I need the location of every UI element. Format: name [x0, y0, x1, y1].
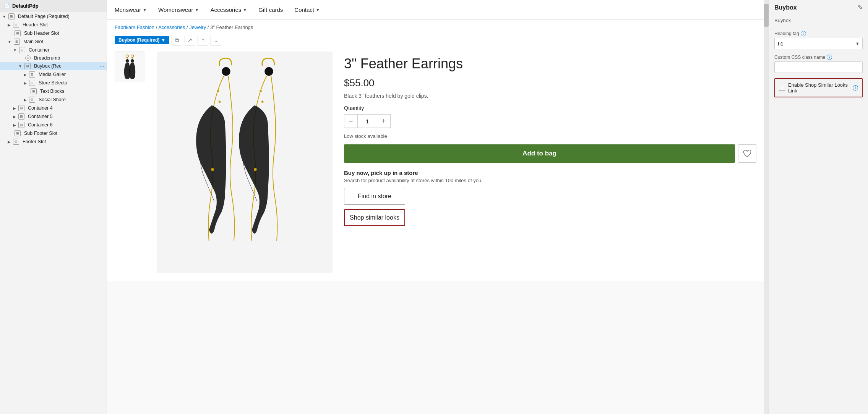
breadcrumb: Fabrikam Fashion / Accessories / Jewelry… — [107, 20, 764, 32]
nav-item-accessories[interactable]: Accessories ▼ — [210, 5, 247, 15]
tree-caret-header-slot[interactable]: ▶ — [8, 23, 11, 27]
svg-point-12 — [211, 168, 214, 171]
svg-point-2 — [126, 59, 129, 63]
svg-point-3 — [131, 55, 134, 58]
enable-shop-similar-checkbox[interactable] — [779, 85, 785, 91]
tree-caret-footer-slot[interactable]: ▶ — [8, 140, 11, 144]
tree-item-buybox-rec[interactable]: ▼⊞Buybox (Rec··· — [0, 62, 107, 70]
product-thumbnail[interactable] — [115, 52, 145, 82]
quantity-increase-button[interactable]: + — [377, 114, 391, 128]
enable-shop-similar-info-icon[interactable]: i — [853, 85, 858, 91]
nav-item-womenswear[interactable]: Womenswear ▼ — [158, 5, 199, 15]
tree-caret-container-6[interactable]: ▶ — [13, 123, 16, 127]
left-panel: 📄 DefaultPdp ▼⊞Default Page (Required)▶⊞… — [0, 0, 107, 414]
right-panel-title: Buybox — [774, 4, 797, 11]
quantity-control: − 1 + — [344, 114, 756, 128]
tree-icon-container-6: ⊞ — [18, 122, 24, 128]
breadcrumb-jewelry[interactable]: Jewelry — [189, 24, 206, 30]
heading-tag-select[interactable]: h1 h2 h3 — [774, 38, 863, 49]
tree-caret-media-gallery[interactable]: ▶ — [24, 73, 27, 77]
toolbar-down-button[interactable]: ↓ — [211, 35, 221, 45]
quantity-label: Quantity — [344, 105, 756, 111]
tree-label-container-5: Container 5 — [28, 114, 104, 119]
tree-icon-media-gallery: ⊞ — [29, 71, 35, 78]
tree-icon-header-slot: ⊞ — [13, 22, 19, 28]
find-in-store-button[interactable]: Find in store — [344, 188, 405, 205]
nav-caret-womenswear: ▼ — [195, 8, 199, 12]
wishlist-button[interactable] — [738, 144, 756, 163]
nav-item-menswear[interactable]: Menswear ▼ — [115, 5, 147, 15]
nav-item-gift-cards[interactable]: Gift cards — [258, 5, 283, 15]
product-price: $55.00 — [344, 77, 756, 89]
tree-more-buybox-rec[interactable]: ··· — [100, 63, 104, 69]
quantity-decrease-button[interactable]: − — [344, 114, 358, 128]
gallery-column — [115, 52, 149, 273]
css-class-info-icon[interactable]: i — [827, 55, 832, 60]
scrollbar-thumb[interactable] — [764, 4, 769, 27]
tree-label-container-4: Container 4 — [28, 105, 104, 111]
tree-icon-container-4: ⊞ — [18, 105, 24, 111]
heading-tag-info-icon[interactable]: i — [801, 31, 806, 36]
css-class-input[interactable] — [774, 61, 863, 73]
svg-point-7 — [264, 67, 273, 76]
tree-item-media-gallery[interactable]: ▶⊞Media Galler — [0, 70, 107, 79]
tree-icon-container: ⊞ — [19, 47, 25, 53]
enable-shop-similar-label: Enable Shop Similar Looks Link — [788, 82, 850, 94]
tree-item-breadcrumb[interactable]: ○Breadcrumb — [0, 54, 107, 62]
tree-item-store-selector[interactable]: ▶⊞Store Selecto — [0, 79, 107, 87]
tree-caret-container[interactable]: ▼ — [13, 48, 17, 52]
tree-label-breadcrumb: Breadcrumb — [34, 55, 104, 61]
tree-icon-default-page: ⊞ — [8, 13, 15, 19]
tree-caret-main-slot[interactable]: ▼ — [8, 40, 11, 44]
tree-icon-store-selector: ⊞ — [29, 80, 35, 86]
toolbar-copy-button[interactable]: ⧉ — [172, 35, 182, 45]
tree-caret-store-selector[interactable]: ▶ — [24, 81, 27, 85]
buybox-badge[interactable]: Buybox (Required) ▼ — [115, 36, 169, 44]
tree-caret-default-page[interactable]: ▼ — [2, 15, 6, 19]
tree-item-sub-header-slot[interactable]: ⊞Sub Header Slot — [0, 29, 107, 37]
page-area: Fabrikam Fashion / Accessories / Jewelry… — [107, 20, 764, 414]
tree-caret-buybox-rec[interactable]: ▼ — [18, 64, 22, 68]
add-to-bag-button[interactable]: Add to bag — [344, 144, 735, 163]
breadcrumb-accessories[interactable]: Accessories — [158, 24, 185, 30]
right-panel-edit-icon[interactable]: ✎ — [858, 4, 863, 11]
svg-point-11 — [261, 101, 264, 103]
tree-item-sub-footer-slot[interactable]: ⊞Sub Footer Slot — [0, 129, 107, 137]
nav-caret-contact: ▼ — [316, 8, 320, 12]
nav-item-contact[interactable]: Contact ▼ — [294, 5, 320, 15]
tree-caret-container-4[interactable]: ▶ — [13, 106, 16, 110]
right-panel-body: Heading tag i h1 h2 h3 ▼ Custom CSS clas… — [769, 27, 868, 101]
tree-label-store-selector: Store Selecto — [39, 80, 104, 86]
tree-label-container: Container — [29, 47, 104, 53]
tree-label-footer-slot: Footer Slot — [23, 139, 104, 144]
main-content: Menswear ▼Womenswear ▼Accessories ▼Gift … — [107, 0, 764, 414]
tree-caret-container-5[interactable]: ▶ — [13, 115, 16, 119]
tree-item-header-slot[interactable]: ▶⊞Header Slot — [0, 21, 107, 29]
breadcrumb-fabrikam[interactable]: Fabrikam Fashion — [115, 24, 154, 30]
shop-similar-looks-button[interactable]: Shop similar looks — [344, 209, 405, 226]
toolbar-move-button[interactable]: ↗ — [185, 35, 195, 45]
tree-item-container-4[interactable]: ▶⊞Container 4 — [0, 104, 107, 112]
tree-item-text-blocks[interactable]: ⊞Text Blocks — [0, 87, 107, 95]
svg-point-8 — [217, 90, 219, 92]
left-panel-header: 📄 DefaultPdp — [0, 0, 107, 12]
enable-shop-similar-row: Enable Shop Similar Looks Link i — [774, 78, 863, 97]
tree-item-container-5[interactable]: ▶⊞Container 5 — [0, 112, 107, 121]
tree-item-social-share[interactable]: ▶⊞Social Share — [0, 95, 107, 104]
tree-item-container-6[interactable]: ▶⊞Container 6 — [0, 121, 107, 129]
tree-item-default-page[interactable]: ▼⊞Default Page (Required) — [0, 12, 107, 21]
tree-label-text-blocks: Text Blocks — [40, 89, 104, 94]
scrollbar-track[interactable] — [764, 0, 769, 414]
tree-item-footer-slot[interactable]: ▶⊞Footer Slot — [0, 137, 107, 146]
product-title: 3" Feather Earrings — [344, 55, 756, 72]
right-panel: Buybox ✎ Buybox Heading tag i h1 h2 h3 ▼… — [769, 0, 868, 414]
nav-caret-menswear: ▼ — [143, 8, 147, 12]
tree-label-header-slot: Header Slot — [23, 22, 104, 27]
tree-item-container[interactable]: ▼⊞Container — [0, 46, 107, 54]
tree-item-main-slot[interactable]: ▼⊞Main Slot — [0, 37, 107, 46]
svg-point-9 — [219, 101, 221, 103]
tree-icon-sub-footer-slot: ⊞ — [15, 130, 21, 136]
tree-caret-social-share[interactable]: ▶ — [24, 98, 27, 102]
tree-label-main-slot: Main Slot — [23, 39, 104, 44]
toolbar-up-button[interactable]: ↑ — [198, 35, 208, 45]
